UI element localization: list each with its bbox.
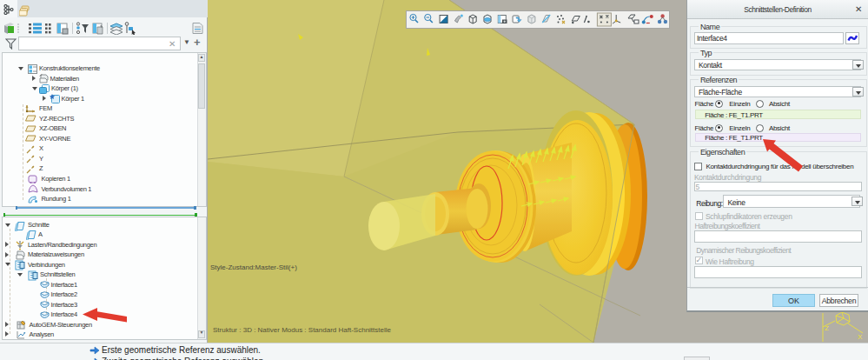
svg-text:X: X <box>858 333 863 341</box>
svg-text:Z: Z <box>825 324 829 332</box>
svg-text:Style-Zustand:Master-Stil(+): Style-Zustand:Master-Stil(+) <box>210 263 297 271</box>
svg-text:Struktur : 3D : Nativer Modus: Struktur : 3D : Nativer Modus : Standard… <box>213 326 392 334</box>
